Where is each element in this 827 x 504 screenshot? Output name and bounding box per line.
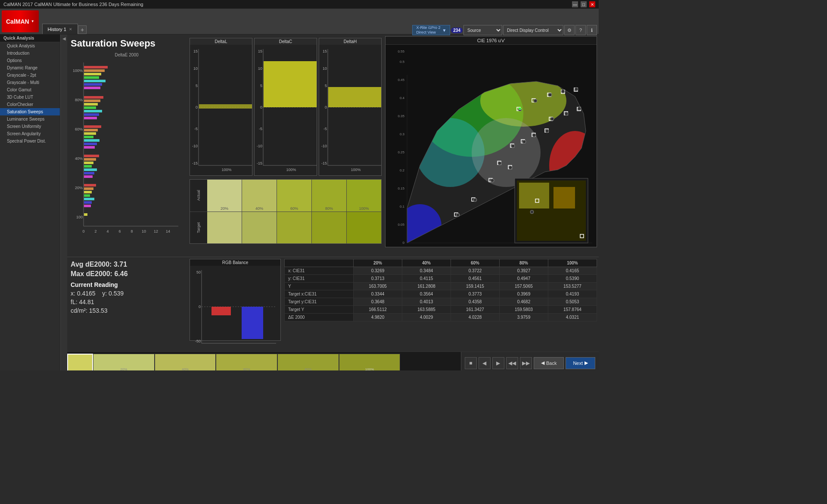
help-btn[interactable]: ?: [575, 25, 586, 35]
sidebar-toggle[interactable]: ◀: [60, 34, 67, 370]
table-cell: 159.5803: [499, 306, 548, 314]
close-btn[interactable]: ✕: [589, 1, 595, 7]
svg-point-155: [473, 198, 477, 202]
target-swatch-40: [242, 212, 277, 244]
saturation-sweeps-panel: Saturation Sweeps DeltaE 2000 100% 80% 6…: [67, 34, 188, 257]
svg-text:0.1: 0.1: [441, 246, 446, 247]
film-swatch-20[interactable]: 20%: [93, 354, 155, 371]
actual-swatch-80: 80%: [311, 180, 346, 212]
svg-text:0.05: 0.05: [422, 246, 429, 247]
table-cell-label: Target y:CIE31: [285, 298, 354, 306]
svg-rect-63: [199, 104, 252, 109]
svg-rect-24: [84, 100, 100, 102]
measurement-badge: 234: [451, 28, 463, 33]
table-row: Target x:CIE310.33440.35640.37730.39690.…: [285, 290, 597, 298]
svg-text:0: 0: [325, 105, 327, 109]
rewind-btn[interactable]: ◀◀: [506, 357, 518, 369]
svg-rect-47: [84, 194, 90, 197]
source-dropdown[interactable]: Source: [463, 25, 502, 35]
forward-btn[interactable]: ▶▶: [520, 357, 532, 369]
table-row: ΔE 20004.98204.00294.02283.97594.0321: [285, 314, 597, 321]
sidebar-item-screen-uniformity[interactable]: Screen Uniformity: [0, 123, 60, 130]
add-tab-btn[interactable]: +: [78, 25, 87, 34]
svg-text:-15: -15: [321, 161, 327, 165]
svg-text:0: 0: [199, 305, 201, 309]
direct-display-dropdown[interactable]: Direct Display Control: [503, 25, 563, 35]
next-frame-btn[interactable]: ▶: [492, 357, 504, 369]
info-btn[interactable]: ℹ: [587, 25, 597, 35]
next-btn[interactable]: Next ▶: [566, 357, 595, 369]
rgb-panel: RGB Balance 50 0 -50 100%: [188, 257, 283, 352]
actual-swatch-100: 100%: [346, 180, 381, 212]
target-swatch-row: [207, 212, 381, 244]
svg-point-157: [519, 107, 521, 110]
sidebar-item-luminance-sweeps[interactable]: Luminance Sweeps: [0, 115, 60, 123]
settings-btn[interactable]: ⚙: [564, 25, 575, 35]
svg-rect-38: [84, 158, 96, 161]
svg-rect-34: [84, 139, 99, 142]
svg-text:0.5: 0.5: [583, 246, 588, 247]
table-row: Target y:CIE310.36480.40130.43580.46820.…: [285, 298, 597, 306]
table-row: y: CIE310.37130.41150.45610.49470.5390: [285, 275, 597, 283]
titlebar: CalMAN 2017 CalMAN Ultimate for Business…: [0, 0, 599, 9]
sidebar-item-screen-angularity[interactable]: Screen Angularity: [0, 130, 60, 137]
sidebar-item-options[interactable]: Options: [0, 57, 60, 64]
target-swatch-60: [277, 212, 311, 244]
svg-text:5: 5: [325, 84, 327, 88]
film-swatch-40[interactable]: 40%: [155, 354, 216, 371]
svg-point-148: [532, 134, 536, 137]
sidebar-item-colorchecker[interactable]: ColorChecker: [0, 101, 60, 108]
minimize-btn[interactable]: —: [572, 1, 578, 7]
middle-panel: DeltaL 15 10 5 0 -5 -10 -15: [188, 34, 383, 257]
sidebar-item-introduction[interactable]: Introduction: [0, 50, 60, 57]
delta-charts-row: DeltaL 15 10 5 0 -5 -10 -15: [190, 38, 382, 176]
app-logo[interactable]: CalMAN ▼: [2, 10, 39, 32]
svg-rect-46: [84, 191, 92, 193]
sidebar-item-quick-analysis[interactable]: Quick Analysis: [0, 42, 60, 50]
cie-chart-svg: 0 0.05 0.1 0.15 0.2 0.25 0.3 0.35 0.4 0.…: [386, 45, 597, 247]
sidebar-item-color-gamut[interactable]: Color Gamut: [0, 86, 60, 93]
table-cell: 0.3269: [354, 267, 402, 275]
sidebar-item-grayscale-2pt[interactable]: Grayscale - 2pt: [0, 72, 60, 79]
tab-close-icon[interactable]: ✕: [69, 27, 72, 31]
film-swatch-0[interactable]: [67, 354, 93, 371]
svg-text:15: 15: [193, 49, 198, 53]
reading-fl: fL: 44.81: [71, 299, 184, 305]
logo-dropdown-icon[interactable]: ▼: [31, 19, 34, 23]
sidebar-item-dynamic-range[interactable]: Dynamic Range: [0, 64, 60, 72]
sidebar-item-spectral-power-dist[interactable]: Spectral Power Dist.: [0, 137, 60, 145]
svg-text:0.25: 0.25: [398, 150, 404, 154]
sidebar-item-saturation-sweeps[interactable]: Saturation Sweeps: [0, 108, 60, 115]
svg-rect-16: [84, 66, 108, 68]
record-btn[interactable]: ■: [465, 357, 477, 369]
svg-text:14: 14: [166, 229, 170, 233]
rgb-chart-title: RGB Balance: [190, 259, 280, 266]
data-table-panel: 20% 40% 60% 80% 100% x: CIE310.32690.348…: [283, 257, 599, 352]
film-swatch-80[interactable]: 80%: [277, 354, 339, 371]
sidebar-item-3d-cube-lut[interactable]: 3D Cube LUT: [0, 93, 60, 101]
delta-l-title: DeltaL: [190, 38, 252, 45]
svg-text:15: 15: [258, 49, 262, 53]
maximize-btn[interactable]: □: [581, 1, 587, 7]
sidebar-item-grayscale-multi[interactable]: Grayscale - Multi: [0, 79, 60, 86]
svg-point-142: [548, 93, 552, 96]
svg-text:0.25: 0.25: [494, 246, 501, 247]
table-cell: 0.3722: [451, 267, 499, 275]
col-header-60: 60%: [451, 259, 499, 267]
film-swatch-60[interactable]: 60%: [216, 354, 277, 371]
film-swatch-100[interactable]: 100%: [339, 354, 401, 371]
swatch-cells: 20% 40% 60% 80% 100%: [207, 180, 381, 243]
svg-rect-43: [84, 175, 93, 178]
tab-history1[interactable]: History 1 ✕: [42, 24, 78, 34]
back-btn[interactable]: ◀ Back: [534, 357, 564, 369]
sidebar-section-header: Quick Analysis: [0, 34, 60, 42]
instrument-dropdown-icon[interactable]: ▼: [442, 28, 446, 33]
svg-text:0: 0: [260, 105, 262, 109]
instrument-selector[interactable]: X-Rite i1Pro 2Direct View ▼: [412, 25, 450, 35]
prev-frame-btn[interactable]: ◀: [479, 357, 491, 369]
table-cell: 0.4561: [451, 275, 499, 283]
table-cell: 163.7005: [354, 283, 402, 290]
svg-point-156: [456, 213, 460, 217]
sidebar: Quick Analysis Quick Analysis Introducti…: [0, 34, 60, 370]
svg-text:-15: -15: [257, 161, 262, 165]
